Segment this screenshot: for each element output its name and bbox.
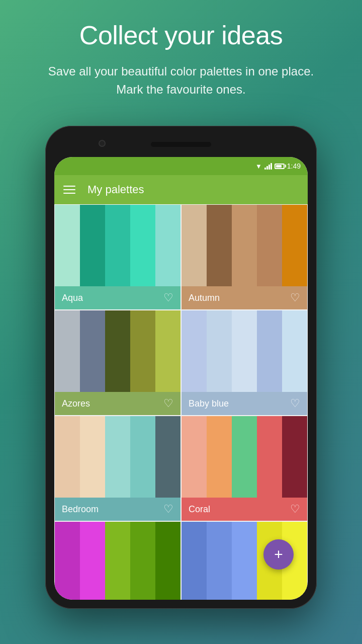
app-bar: My palettes [54,175,308,204]
baby-blue-swatch-3 [232,310,257,392]
status-time: 1:49 [287,162,301,170]
coral-swatch-2 [207,416,232,498]
bedroom-swatches [55,416,180,498]
palette7a-swatch-4 [130,522,155,600]
palette7a-swatch-5 [155,522,180,600]
azores-footer: Azores ♡ [55,392,180,415]
signal-icon [264,163,272,170]
autumn-swatch-3 [232,205,257,286]
baby-blue-footer: Baby blue ♡ [182,392,307,415]
palette-card-autumn[interactable]: Autumn ♡ [181,204,308,310]
baby-blue-swatch-2 [207,310,232,392]
aqua-swatch-4 [130,205,155,286]
azores-swatch-4 [130,310,155,392]
hamburger-line-1 [63,186,75,187]
aqua-swatch-5 [155,205,180,286]
coral-swatches [182,416,307,498]
azores-swatches [55,310,180,392]
speaker-grille [151,142,211,147]
baby-blue-favorite-button[interactable]: ♡ [290,397,300,410]
bedroom-swatch-5 [155,416,180,498]
azores-swatch-5 [155,310,180,392]
app-bar-title: My palettes [87,183,144,196]
bedroom-swatch-2 [80,416,105,498]
phone-body: ▼ 1:49 [45,126,317,609]
palette-card-coral[interactable]: Coral ♡ [181,416,308,521]
autumn-swatch-5 [282,205,307,286]
page-title: Collect your ideas [30,20,332,50]
aqua-name: Aqua [62,293,83,303]
palette7b-swatch-1 [182,522,207,600]
page-subtitle: Save all your beautiful color palettes i… [30,62,332,99]
autumn-swatch-4 [257,205,282,286]
baby-blue-swatch-1 [182,310,207,392]
battery-icon [275,164,285,169]
autumn-name: Autumn [189,293,220,303]
status-bar: ▼ 1:49 [54,157,308,175]
palette7b-swatch-3 [232,522,257,600]
aqua-favorite-button[interactable]: ♡ [163,291,173,304]
phone-mockup: ▼ 1:49 [45,126,317,609]
aqua-swatch-2 [80,205,105,286]
autumn-swatch-2 [207,205,232,286]
coral-swatch-4 [257,416,282,498]
bedroom-footer: Bedroom ♡ [55,498,180,521]
hamburger-line-2 [63,189,75,190]
azores-favorite-button[interactable]: ♡ [163,397,173,410]
coral-swatch-3 [232,416,257,498]
autumn-footer: Autumn ♡ [182,286,307,309]
add-palette-button[interactable]: + [263,539,294,570]
coral-footer: Coral ♡ [182,498,307,521]
palette-card-bedroom[interactable]: Bedroom ♡ [54,416,181,521]
palette-card-azores[interactable]: Azores ♡ [54,310,181,416]
palette-grid-wrapper: Aqua ♡ [54,204,308,600]
front-camera [99,140,106,147]
bedroom-swatch-3 [105,416,130,498]
azores-swatch-3 [105,310,130,392]
phone-notch [54,135,308,155]
palette-card-baby-blue[interactable]: Baby blue ♡ [181,310,308,416]
palette7a-swatch-3 [105,522,130,600]
baby-blue-swatch-5 [282,310,307,392]
palette-card-7a[interactable]: ♡ [54,521,181,600]
baby-blue-swatches [182,310,307,392]
bedroom-swatch-1 [55,416,80,498]
hamburger-line-3 [63,193,75,194]
wifi-icon: ▼ [255,163,262,170]
phone-screen: ▼ 1:49 [54,157,308,600]
bedroom-name: Bedroom [62,504,99,515]
aqua-swatch-1 [55,205,80,286]
autumn-swatch-1 [182,205,207,286]
aqua-swatch-3 [105,205,130,286]
hero-section: Collect your ideas Save all your beautif… [0,0,362,114]
baby-blue-name: Baby blue [189,398,229,409]
autumn-favorite-button[interactable]: ♡ [290,291,300,304]
bedroom-favorite-button[interactable]: ♡ [163,503,173,516]
azores-swatch-2 [80,310,105,392]
coral-favorite-button[interactable]: ♡ [290,503,300,516]
palette-grid: Aqua ♡ [54,204,308,600]
palette-card-aqua[interactable]: Aqua ♡ [54,204,181,310]
palette7a-swatches [55,522,180,600]
autumn-swatches [182,205,307,286]
menu-button[interactable] [63,186,75,194]
palette7b-swatch-2 [207,522,232,600]
coral-swatch-1 [182,416,207,498]
palette7a-swatch-1 [55,522,80,600]
palette7a-swatch-2 [80,522,105,600]
coral-name: Coral [189,504,210,515]
aqua-footer: Aqua ♡ [55,286,180,309]
azores-name: Azores [62,398,90,409]
azores-swatch-1 [55,310,80,392]
aqua-swatches [55,205,180,286]
coral-swatch-5 [282,416,307,498]
bedroom-swatch-4 [130,416,155,498]
baby-blue-swatch-4 [257,310,282,392]
